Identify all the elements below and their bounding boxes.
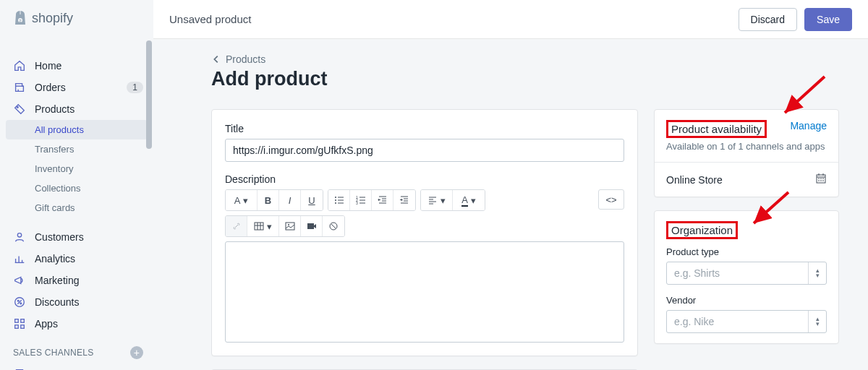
availability-title: Product availability bbox=[671, 123, 762, 135]
discard-button[interactable]: Discard bbox=[739, 8, 797, 31]
sales-channels-header: SALES CHANNELS + bbox=[0, 335, 153, 363]
add-channel-icon[interactable]: + bbox=[130, 346, 143, 359]
table-button[interactable]: ▾ bbox=[247, 216, 279, 236]
nav-transfers-label: Transfers bbox=[35, 144, 74, 155]
vendor-select[interactable]: ▴▾ bbox=[666, 310, 827, 333]
text-color-button[interactable]: A ▾ bbox=[453, 190, 485, 210]
svg-point-11 bbox=[335, 197, 336, 198]
orders-icon bbox=[13, 81, 26, 94]
topbar: Unsaved product Discard Save bbox=[153, 0, 868, 39]
scrollbar[interactable] bbox=[146, 40, 152, 149]
brand-text: shopify bbox=[32, 11, 73, 26]
apps-icon bbox=[13, 317, 26, 330]
align-button[interactable]: ▾ bbox=[421, 190, 453, 210]
svg-point-4 bbox=[17, 300, 19, 301]
availability-row-label: Online Store bbox=[666, 174, 723, 186]
svg-point-19 bbox=[288, 224, 289, 225]
nav-home-label: Home bbox=[35, 60, 61, 72]
nav-online-store[interactable]: Online Store bbox=[0, 363, 153, 370]
availability-card: Product availability Manage Available on… bbox=[654, 109, 839, 197]
nav-marketing-label: Marketing bbox=[35, 275, 79, 286]
indent-button[interactable] bbox=[393, 190, 415, 210]
outdent-icon bbox=[378, 195, 388, 205]
stepper-icon[interactable]: ▴▾ bbox=[808, 311, 826, 332]
page-status: Unsaved product bbox=[169, 13, 251, 25]
link-icon bbox=[231, 221, 242, 231]
calendar-icon[interactable] bbox=[815, 173, 827, 186]
availability-row: Online Store bbox=[655, 162, 838, 197]
sidebar: shopify Home Orders 1 Products All produ… bbox=[0, 0, 153, 370]
nav-customers-label: Customers bbox=[35, 231, 84, 243]
nav-products-label: Products bbox=[35, 103, 75, 115]
nav-inventory[interactable]: Inventory bbox=[0, 159, 153, 178]
nav-transfers[interactable]: Transfers bbox=[0, 139, 153, 159]
availability-title-highlight: Product availability bbox=[666, 120, 767, 138]
nav-analytics-label: Analytics bbox=[35, 253, 75, 264]
svg-point-5 bbox=[20, 303, 22, 304]
nav-apps[interactable]: Apps bbox=[0, 313, 153, 335]
manage-link[interactable]: Manage bbox=[790, 120, 827, 132]
stepper-icon[interactable]: ▴▾ bbox=[808, 262, 826, 284]
nav-collections[interactable]: Collections bbox=[0, 178, 153, 198]
product-card: Title Description <> A ▾ B I U bbox=[211, 109, 638, 356]
bullet-list-icon bbox=[334, 195, 344, 205]
products-icon bbox=[13, 103, 26, 116]
nav-products[interactable]: Products bbox=[0, 98, 153, 120]
video-icon bbox=[307, 221, 317, 231]
nav-orders[interactable]: Orders 1 bbox=[0, 77, 153, 98]
rte-toolbar: A ▾ B I U 123 bbox=[225, 189, 598, 211]
svg-rect-6 bbox=[15, 319, 19, 323]
nav-analytics[interactable]: Analytics bbox=[0, 248, 153, 270]
discounts-icon bbox=[13, 296, 26, 309]
breadcrumb[interactable]: Products bbox=[211, 53, 839, 65]
nav-all-products-label: All products bbox=[35, 124, 84, 135]
number-list-icon: 123 bbox=[356, 195, 366, 205]
clear-icon bbox=[328, 221, 339, 231]
product-type-label: Product type bbox=[666, 246, 827, 257]
title-input[interactable] bbox=[225, 139, 624, 162]
font-style-button[interactable]: A ▾ bbox=[226, 190, 258, 210]
nav-all-products[interactable]: All products bbox=[6, 120, 148, 139]
underline-button[interactable]: U bbox=[301, 190, 323, 210]
title-label: Title bbox=[225, 123, 624, 134]
description-editor[interactable] bbox=[225, 241, 624, 343]
svg-point-2 bbox=[17, 233, 21, 237]
svg-rect-9 bbox=[21, 325, 25, 329]
image-button[interactable] bbox=[279, 216, 301, 236]
vendor-label: Vendor bbox=[666, 295, 827, 306]
chevron-left-icon bbox=[211, 54, 221, 64]
clear-format-button[interactable] bbox=[323, 216, 344, 236]
nav-discounts-label: Discounts bbox=[35, 296, 79, 308]
code-view-button[interactable]: <> bbox=[598, 189, 624, 210]
page-title: Add product bbox=[211, 68, 839, 90]
main: Unsaved product Discard Save Products Ad… bbox=[153, 0, 868, 370]
svg-point-1 bbox=[17, 106, 18, 108]
nav-gift-cards[interactable]: Gift cards bbox=[0, 198, 153, 218]
organization-title-highlight: Organization bbox=[666, 221, 738, 239]
video-button[interactable] bbox=[301, 216, 323, 236]
rte-toolbar-2: ▾ bbox=[225, 215, 624, 237]
save-button[interactable]: Save bbox=[804, 8, 852, 31]
bold-button[interactable]: B bbox=[258, 190, 279, 210]
link-button[interactable] bbox=[226, 216, 247, 236]
vendor-input[interactable] bbox=[667, 311, 808, 332]
description-label: Description bbox=[225, 173, 624, 185]
product-type-select[interactable]: ▴▾ bbox=[666, 262, 827, 285]
breadcrumb-label: Products bbox=[226, 53, 265, 65]
nav-home[interactable]: Home bbox=[0, 55, 153, 77]
number-list-button[interactable]: 123 bbox=[350, 190, 372, 210]
sales-channels-label: SALES CHANNELS bbox=[13, 348, 94, 358]
logo[interactable]: shopify bbox=[0, 0, 153, 38]
product-type-input[interactable] bbox=[667, 262, 808, 284]
bullet-list-button[interactable] bbox=[328, 190, 350, 210]
customers-icon bbox=[13, 231, 26, 244]
italic-button[interactable]: I bbox=[279, 190, 301, 210]
table-icon bbox=[254, 221, 264, 231]
nav-customers[interactable]: Customers bbox=[0, 226, 153, 248]
image-icon bbox=[285, 221, 295, 231]
nav-discounts[interactable]: Discounts bbox=[0, 291, 153, 313]
nav-marketing[interactable]: Marketing bbox=[0, 270, 153, 291]
outdent-button[interactable] bbox=[372, 190, 393, 210]
organization-card: Organization Product type ▴▾ Vendor bbox=[654, 210, 839, 344]
svg-rect-8 bbox=[15, 325, 19, 329]
